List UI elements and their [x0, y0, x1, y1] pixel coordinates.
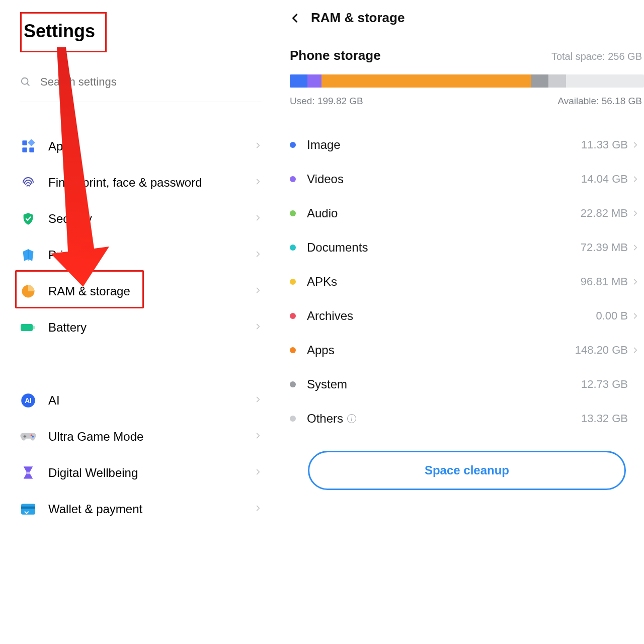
menu-item-label: Security	[48, 212, 92, 226]
menu-item-label: Battery	[48, 320, 87, 335]
category-size: 22.82 MB	[581, 207, 628, 220]
menu-item-ai[interactable]: AIAI	[20, 382, 262, 419]
wallet-payment-icon	[20, 501, 36, 517]
menu-item-ultra-game-mode[interactable]: Ultra Game Mode	[20, 419, 262, 455]
svg-line-2	[27, 84, 30, 86]
chevron-right-icon	[255, 176, 262, 190]
category-archives[interactable]: Archives0.00 B	[290, 299, 644, 333]
chevron-right-icon	[632, 207, 640, 219]
chevron-right-icon	[255, 466, 262, 480]
menu-item-security[interactable]: Security	[20, 201, 262, 237]
svg-rect-3	[22, 140, 27, 145]
svg-text:AI: AI	[25, 397, 32, 405]
category-name: Apps	[307, 343, 575, 357]
storage-segment	[307, 74, 321, 88]
chevron-right-icon	[255, 248, 262, 262]
security-icon	[20, 211, 36, 227]
chevron-right-icon	[255, 393, 262, 408]
svg-rect-5	[29, 147, 34, 152]
storage-segment	[290, 74, 307, 88]
menu-item-label: Ultra Game Mode	[48, 430, 143, 444]
chevron-right-icon	[255, 502, 262, 516]
category-dot	[290, 210, 296, 216]
menu-item-label: Digital Wellbeing	[48, 466, 138, 480]
category-system: System12.73 GB	[290, 367, 644, 401]
category-apps[interactable]: Apps148.20 GB	[290, 333, 644, 367]
category-name: Image	[307, 138, 581, 152]
apps-icon	[20, 138, 36, 154]
svg-rect-6	[28, 139, 35, 146]
category-name: Others i	[307, 412, 581, 426]
category-size: 0.00 B	[596, 309, 628, 323]
category-name: Archives	[307, 309, 596, 323]
chevron-right-icon	[632, 173, 640, 185]
chevron-right-icon	[255, 430, 262, 444]
chevron-right-icon	[632, 276, 640, 288]
svg-rect-4	[22, 147, 27, 152]
category-image[interactable]: Image11.33 GB	[290, 128, 644, 162]
search-row[interactable]	[20, 72, 262, 92]
category-size: 148.20 GB	[575, 344, 628, 357]
menu-item-label: Privacy	[48, 248, 88, 262]
chevron-right-icon	[632, 242, 640, 254]
storage-segment	[531, 74, 548, 88]
storage-bar	[290, 74, 644, 88]
svg-rect-8	[21, 324, 33, 331]
menu-item-privacy[interactable]: Privacy	[20, 237, 262, 273]
chevron-right-icon	[255, 320, 262, 335]
total-space-label: Total space: 256 GB	[551, 51, 642, 62]
category-name: Audio	[307, 206, 581, 220]
privacy-icon	[20, 247, 36, 263]
svg-rect-15	[24, 435, 25, 438]
category-size: 12.73 GB	[581, 378, 628, 391]
menu-item-label: Fingerprint, face & password	[48, 176, 202, 190]
highlight-settings-title: Settings	[20, 12, 107, 52]
category-audio[interactable]: Audio22.82 MB	[290, 196, 644, 230]
ai-icon: AI	[20, 392, 36, 409]
space-cleanup-button[interactable]: Space cleanup	[308, 451, 626, 490]
svg-rect-9	[33, 326, 35, 329]
svg-rect-16	[27, 472, 30, 474]
battery-icon	[20, 319, 36, 336]
used-label: Used: 199.82 GB	[290, 96, 363, 107]
chevron-right-icon	[255, 212, 262, 226]
category-documents[interactable]: Documents72.39 MB	[290, 230, 644, 265]
category-size: 96.81 MB	[581, 275, 628, 288]
digital-wellbeing-icon	[20, 465, 36, 481]
menu-item-ram-storage[interactable]: RAM & storage	[20, 273, 262, 309]
category-others: Others i13.32 GB	[290, 401, 644, 436]
search-icon	[20, 76, 31, 88]
menu-item-biometrics[interactable]: Fingerprint, face & password	[20, 165, 262, 201]
category-dot	[290, 347, 296, 353]
storage-segment	[548, 74, 566, 88]
chevron-right-icon	[632, 310, 640, 322]
category-dot	[290, 142, 296, 148]
search-input[interactable]	[40, 75, 262, 89]
menu-item-battery[interactable]: Battery	[20, 309, 262, 346]
menu-item-digital-wellbeing[interactable]: Digital Wellbeing	[20, 455, 262, 491]
category-apks[interactable]: APKs96.81 MB	[290, 265, 644, 299]
menu-item-apps[interactable]: Apps	[20, 128, 262, 165]
ultra-game-mode-icon	[20, 429, 36, 445]
back-button[interactable]	[290, 13, 301, 24]
divider	[20, 102, 262, 102]
divider	[20, 364, 262, 364]
category-videos[interactable]: Videos14.04 GB	[290, 162, 644, 196]
biometrics-icon	[20, 175, 36, 191]
category-name: System	[307, 377, 581, 391]
menu-item-label: Apps	[48, 139, 76, 153]
category-name: APKs	[307, 275, 581, 289]
category-size: 13.32 GB	[581, 412, 628, 425]
category-dot	[290, 313, 296, 319]
ram-storage-icon	[20, 283, 36, 299]
header-title: RAM & storage	[311, 10, 405, 26]
page-title: Settings	[24, 21, 95, 42]
category-dot	[290, 381, 296, 387]
category-size: 72.39 MB	[581, 241, 628, 254]
category-size: 11.33 GB	[581, 138, 628, 151]
menu-item-wallet-payment[interactable]: Wallet & payment	[20, 491, 262, 527]
category-dot	[290, 176, 296, 182]
info-icon[interactable]: i	[347, 414, 356, 423]
category-dot	[290, 245, 296, 251]
chevron-right-icon	[632, 344, 640, 356]
